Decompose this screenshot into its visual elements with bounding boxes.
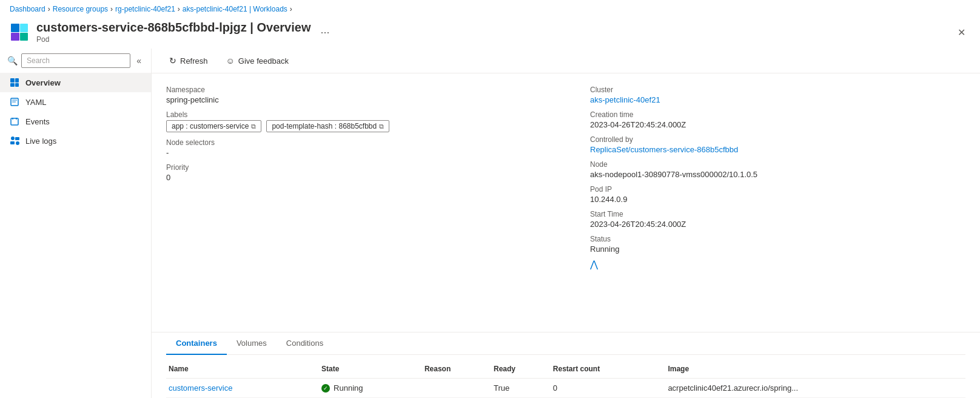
labels-label: Labels [166, 110, 566, 119]
col-ready: Ready [491, 360, 551, 379]
refresh-label: Refresh [180, 56, 208, 66]
tab-containers[interactable]: Containers [166, 332, 227, 355]
col-restart-count: Restart count [551, 360, 666, 379]
search-icon: 🔍 [7, 56, 18, 66]
more-options-button[interactable]: ··· [320, 26, 329, 39]
start-time-value: 2023-04-26T20:45:24.000Z [590, 220, 965, 229]
sidebar-item-yaml[interactable]: YAML [0, 92, 151, 112]
header-title-area: customers-service-868b5cfbbd-lpjgz | Ove… [36, 21, 310, 44]
table-area: Name State Reason Ready Restart count Im… [152, 355, 980, 398]
feedback-icon: ☺ [226, 56, 235, 66]
status-running: Running [321, 383, 420, 393]
container-state: Running [319, 379, 422, 398]
search-bar: 🔍 « [0, 49, 151, 73]
collapse-right-button[interactable]: ⋀ [590, 258, 965, 270]
label-chip-hash: pod-template-hash : 868b5cfbbd ⧉ [266, 120, 389, 132]
page-subtitle: Pod [36, 35, 310, 44]
info-left: Namespace spring-petclinic Labels app : … [166, 83, 566, 322]
col-reason: Reason [422, 360, 491, 379]
namespace-value: spring-petclinic [166, 95, 566, 104]
status-value: Running [590, 245, 965, 254]
node-label: Node [590, 160, 965, 169]
toolbar: ↻ Refresh ☺ Give feedback [152, 49, 980, 73]
col-name: Name [166, 360, 319, 379]
node-selectors-label: Node selectors [166, 138, 566, 147]
breadcrumb-workloads[interactable]: aks-petclinic-40ef21 | Workloads [183, 5, 287, 13]
containers-table: Name State Reason Ready Restart count Im… [166, 360, 965, 398]
copy-label-app-button[interactable]: ⧉ [251, 123, 256, 130]
label-chip-app-text: app : customers-service [172, 122, 249, 130]
search-input[interactable] [21, 53, 130, 68]
creation-time-value: 2023-04-26T20:45:24.000Z [590, 120, 965, 129]
container-ready: True [491, 379, 551, 398]
breadcrumb-rg-petclinic[interactable]: rg-petclinic-40ef21 [115, 5, 175, 13]
label-chip-hash-text: pod-template-hash : 868b5cfbbd [272, 122, 377, 130]
sidebar-item-events-label: Events [25, 117, 50, 126]
main-layout: 🔍 « Overview YAML [0, 49, 980, 398]
pod-icon [10, 22, 29, 42]
info-right: Cluster aks-petclinic-40ef21 Creation ti… [566, 83, 965, 322]
overview-icon [10, 78, 19, 87]
overview-area: Namespace spring-petclinic Labels app : … [152, 73, 980, 332]
page-header: customers-service-868b5cfbbd-lpjgz | Ove… [0, 18, 980, 49]
status-label: Status [590, 235, 965, 243]
sidebar-item-overview-label: Overview [25, 78, 61, 87]
sidebar-item-livelogs-label: Live logs [25, 137, 56, 146]
priority-label: Priority [166, 163, 566, 172]
col-image: Image [665, 360, 965, 379]
copy-label-hash-button[interactable]: ⧉ [379, 123, 384, 130]
namespace-label: Namespace [166, 86, 566, 94]
breadcrumb-dashboard[interactable]: Dashboard [10, 5, 45, 13]
controlled-by-label: Controlled by [590, 135, 965, 144]
feedback-button[interactable]: ☺ Give feedback [218, 52, 297, 69]
node-selectors-value: - [166, 148, 566, 157]
breadcrumb: Dashboard › Resource groups › rg-petclin… [0, 0, 980, 18]
sidebar-item-events[interactable]: Events [0, 112, 151, 131]
col-state: State [319, 360, 422, 379]
creation-time-label: Creation time [590, 110, 965, 119]
container-name[interactable]: customers-service [166, 379, 319, 398]
tab-conditions[interactable]: Conditions [277, 332, 333, 355]
info-grid: Namespace spring-petclinic Labels app : … [166, 83, 965, 322]
container-reason [422, 379, 491, 398]
cluster-value[interactable]: aks-petclinic-40ef21 [590, 95, 660, 104]
container-restart-count: 0 [551, 379, 666, 398]
sidebar: 🔍 « Overview YAML [0, 49, 152, 398]
start-time-label: Start Time [590, 210, 965, 218]
pod-ip-label: Pod IP [590, 185, 965, 194]
status-running-icon [321, 384, 330, 393]
sidebar-item-overview[interactable]: Overview [0, 73, 151, 92]
content-area: ↻ Refresh ☺ Give feedback Namespace spri… [152, 49, 980, 398]
tabs: Containers Volumes Conditions [166, 332, 965, 355]
collapse-sidebar-button[interactable]: « [134, 55, 144, 67]
sidebar-item-yaml-label: YAML [25, 98, 46, 107]
controlled-by-value[interactable]: ReplicaSet/customers-service-868b5cfbbd [590, 145, 738, 154]
node-value: aks-nodepool1-30890778-vmss000002/10.1.0… [590, 170, 965, 179]
refresh-icon: ↻ [169, 56, 176, 66]
label-chip-app: app : customers-service ⧉ [166, 120, 261, 132]
table-row: customers-service Running True 0 acrpetc… [166, 379, 965, 398]
breadcrumb-resource-groups[interactable]: Resource groups [53, 5, 108, 13]
tab-volumes[interactable]: Volumes [227, 332, 277, 355]
container-image: acrpetclinic40ef21.azurecr.io/spring... [665, 379, 965, 398]
refresh-button[interactable]: ↻ Refresh [161, 52, 216, 69]
close-button[interactable]: ✕ [953, 24, 970, 41]
svg-rect-3 [11, 118, 18, 125]
priority-value: 0 [166, 173, 566, 182]
pod-ip-value: 10.244.0.9 [590, 195, 965, 204]
tabs-area: Containers Volumes Conditions [152, 332, 980, 355]
table-header-row: Name State Reason Ready Restart count Im… [166, 360, 965, 379]
label-chips: app : customers-service ⧉ pod-template-h… [166, 120, 566, 132]
livelogs-icon [10, 136, 19, 146]
feedback-label: Give feedback [238, 56, 289, 66]
yaml-icon [10, 97, 19, 107]
status-running-label: Running [334, 383, 363, 393]
events-icon [10, 116, 19, 126]
page-title: customers-service-868b5cfbbd-lpjgz | Ove… [36, 21, 310, 35]
cluster-label: Cluster [590, 86, 965, 94]
sidebar-item-livelogs[interactable]: Live logs [0, 131, 151, 150]
